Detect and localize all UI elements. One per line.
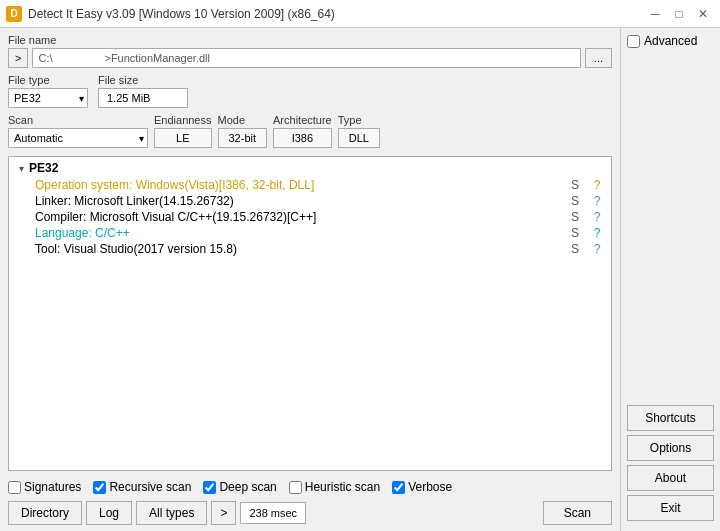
- result-rows-container: Operation system: Windows(Vista)[I386, 3…: [11, 177, 609, 257]
- all-types-button[interactable]: All types: [136, 501, 207, 525]
- checkbox-item[interactable]: Heuristic scan: [289, 480, 380, 494]
- result-q[interactable]: ?: [589, 194, 605, 208]
- options-button[interactable]: Options: [627, 435, 714, 461]
- title-bar-text: Detect It Easy v3.09 [Windows 10 Version…: [28, 7, 644, 21]
- type-label: Type: [338, 114, 380, 126]
- table-row: Language: C/C++S?: [11, 225, 609, 241]
- table-row: Operation system: Windows(Vista)[I386, 3…: [11, 177, 609, 193]
- file-type-label: File type: [8, 74, 88, 86]
- mode-field: Mode 32-bit: [218, 114, 268, 148]
- type-field: Type DLL: [338, 114, 380, 148]
- scan-button[interactable]: Scan: [543, 501, 612, 525]
- scan-field: Scan Automatic: [8, 114, 148, 148]
- checkbox-item[interactable]: Verbose: [392, 480, 452, 494]
- title-bar: D Detect It Easy v3.09 [Windows 10 Versi…: [0, 0, 720, 28]
- results-area: ▾ PE32 Operation system: Windows(Vista)[…: [8, 156, 612, 471]
- endianness-label: Endianness: [154, 114, 212, 126]
- arrow-button[interactable]: >: [211, 501, 236, 525]
- advanced-row: Advanced: [627, 34, 714, 48]
- checkbox-label: Signatures: [24, 480, 81, 494]
- mode-value: 32-bit: [218, 128, 268, 148]
- tree-root-item[interactable]: ▾ PE32: [11, 159, 609, 177]
- result-s: S: [565, 194, 585, 208]
- result-q[interactable]: ?: [589, 178, 605, 192]
- close-button[interactable]: ✕: [692, 4, 714, 24]
- scan-row-headers: Scan Automatic Endianness LE Mode 32-bit…: [8, 114, 612, 148]
- advanced-label: Advanced: [644, 34, 697, 48]
- file-size-value: 1.25 MiB: [98, 88, 188, 108]
- checkbox-input[interactable]: [203, 481, 216, 494]
- result-text: Linker: Microsoft Linker(14.15.26732): [35, 194, 561, 208]
- file-name-row: > C:\ >FunctionManager.dll ...: [8, 48, 612, 68]
- tree-toggle[interactable]: ▾: [13, 160, 29, 176]
- window-controls: ─ □ ✕: [644, 4, 714, 24]
- exit-button[interactable]: Exit: [627, 495, 714, 521]
- browse-button[interactable]: ...: [585, 48, 612, 68]
- app-icon: D: [6, 6, 22, 22]
- result-q[interactable]: ?: [589, 210, 605, 224]
- checkbox-label: Recursive scan: [109, 480, 191, 494]
- result-q[interactable]: ?: [589, 242, 605, 256]
- architecture-value: I386: [273, 128, 332, 148]
- scan-select-wrapper: Automatic: [8, 128, 148, 148]
- type-value: DLL: [338, 128, 380, 148]
- right-sidebar: Advanced Shortcuts Options About Exit: [620, 28, 720, 531]
- checkbox-item[interactable]: Deep scan: [203, 480, 276, 494]
- sidebar-spacer: [627, 56, 714, 405]
- checkbox-input[interactable]: [93, 481, 106, 494]
- left-panel: File name > C:\ >FunctionManager.dll ...…: [0, 28, 620, 531]
- checkbox-item[interactable]: Signatures: [8, 480, 81, 494]
- file-info-row: File type PE32 File size 1.25 MiB: [8, 74, 612, 108]
- file-name-label: File name: [8, 34, 612, 46]
- file-type-select-wrapper: PE32: [8, 88, 88, 108]
- result-text: Tool: Visual Studio(2017 version 15.8): [35, 242, 561, 256]
- checkbox-row: SignaturesRecursive scanDeep scanHeurist…: [8, 477, 612, 497]
- about-button[interactable]: About: [627, 465, 714, 491]
- checkbox-label: Heuristic scan: [305, 480, 380, 494]
- directory-button[interactable]: Directory: [8, 501, 82, 525]
- checkbox-input[interactable]: [8, 481, 21, 494]
- result-s: S: [565, 226, 585, 240]
- file-size-label: File size: [98, 74, 188, 86]
- table-row: Tool: Visual Studio(2017 version 15.8)S?: [11, 241, 609, 257]
- checkbox-label: Verbose: [408, 480, 452, 494]
- result-s: S: [565, 210, 585, 224]
- tree-root-label: PE32: [29, 161, 58, 175]
- bottom-controls: SignaturesRecursive scanDeep scanHeurist…: [8, 477, 612, 525]
- log-button[interactable]: Log: [86, 501, 132, 525]
- mode-label: Mode: [218, 114, 268, 126]
- checkbox-item[interactable]: Recursive scan: [93, 480, 191, 494]
- maximize-button[interactable]: □: [668, 4, 690, 24]
- shortcuts-button[interactable]: Shortcuts: [627, 405, 714, 431]
- checkbox-label: Deep scan: [219, 480, 276, 494]
- checkbox-input[interactable]: [392, 481, 405, 494]
- result-text: Language: C/C++: [35, 226, 561, 240]
- table-row: Linker: Microsoft Linker(14.15.26732)S?: [11, 193, 609, 209]
- result-q[interactable]: ?: [589, 226, 605, 240]
- architecture-label: Architecture: [273, 114, 332, 126]
- table-row: Compiler: Microsoft Visual C/C++(19.15.2…: [11, 209, 609, 225]
- action-row: Directory Log All types > 238 msec Scan: [8, 501, 612, 525]
- minimize-button[interactable]: ─: [644, 4, 666, 24]
- endianness-field: Endianness LE: [154, 114, 212, 148]
- scan-select[interactable]: Automatic: [8, 128, 148, 148]
- file-type-select[interactable]: PE32: [8, 88, 88, 108]
- result-s: S: [565, 178, 585, 192]
- endianness-value: LE: [154, 128, 212, 148]
- result-text: Compiler: Microsoft Visual C/C++(19.15.2…: [35, 210, 561, 224]
- file-size-group: File size 1.25 MiB: [98, 74, 188, 108]
- file-path-display: C:\ >FunctionManager.dll: [32, 48, 580, 68]
- result-s: S: [565, 242, 585, 256]
- time-display: 238 msec: [240, 502, 306, 524]
- scan-label: Scan: [8, 114, 148, 126]
- checkbox-input[interactable]: [289, 481, 302, 494]
- advanced-checkbox[interactable]: [627, 35, 640, 48]
- result-text: Operation system: Windows(Vista)[I386, 3…: [35, 178, 561, 192]
- navigate-button[interactable]: >: [8, 48, 28, 68]
- main-container: File name > C:\ >FunctionManager.dll ...…: [0, 28, 720, 531]
- file-type-group: File type PE32: [8, 74, 88, 108]
- architecture-field: Architecture I386: [273, 114, 332, 148]
